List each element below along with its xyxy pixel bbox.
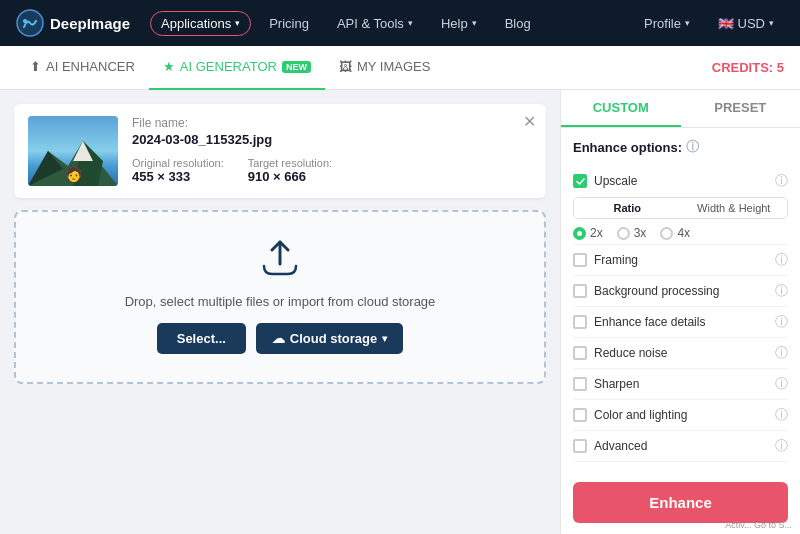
original-res-label: Original resolution: [132,157,224,169]
ratio-button[interactable]: Ratio [574,198,681,218]
main-content: 🧑 File name: 2024-03-08_115325.jpg Origi… [0,90,800,534]
width-height-button[interactable]: Width & Height [681,198,788,218]
enhance-options-title: Enhance options: ⓘ [573,138,788,156]
option-background-processing: Background processing ⓘ [573,276,788,307]
cloud-storage-button[interactable]: ☁ Cloud storage ▾ [256,323,403,354]
option-reduce-noise: Reduce noise ⓘ [573,338,788,369]
chevron-down-icon: ▾ [408,18,413,28]
upscale-header: Upscale ⓘ [573,172,788,190]
target-res-group: Target resolution: 910 × 666 [248,157,332,184]
tab-ai-generator[interactable]: ★ AI GENERATOR NEW [149,46,325,90]
sharpen-info-icon[interactable]: ⓘ [775,375,788,393]
right-panel: CUSTOM PRESET Enhance options: ⓘ Upscale… [560,90,800,534]
target-res-label: Target resolution: [248,157,332,169]
target-res-value: 910 × 666 [248,169,332,184]
image-icon: 🖼 [339,59,352,74]
filename-value: 2024-03-08_115325.jpg [132,132,532,147]
option-sharpen: Sharpen ⓘ [573,369,788,400]
filename-label: File name: [132,116,532,130]
enhance-face-checkbox[interactable] [573,315,587,329]
cloud-icon: ☁ [272,331,285,346]
nav-currency[interactable]: 🇬🇧 USD ▾ [708,12,784,35]
upscale-section: Upscale ⓘ Ratio Width & Height 2x 3x [573,166,788,245]
enhance-button[interactable]: Enhance [573,482,788,523]
tab-ai-enhancer[interactable]: ⬆ AI ENHANCER [16,46,149,90]
select-files-button[interactable]: Select... [157,323,246,354]
ratio-3x[interactable]: 3x [617,226,647,240]
credits-display: CREDITS: 5 [712,60,784,75]
color-lighting-info-icon[interactable]: ⓘ [775,406,788,424]
background-processing-checkbox[interactable] [573,284,587,298]
upscale-label: Upscale [594,174,637,188]
close-file-button[interactable]: ✕ [523,112,536,131]
reduce-noise-info-icon[interactable]: ⓘ [775,344,788,362]
enhance-options-panel: Enhance options: ⓘ Upscale ⓘ Ratio Wid [561,128,800,472]
info-icon[interactable]: ⓘ [686,138,699,156]
star-icon: ★ [163,59,175,74]
file-info-card: 🧑 File name: 2024-03-08_115325.jpg Origi… [14,104,546,198]
radio-3x-icon [617,227,630,240]
app-logo[interactable]: DeepImage [16,9,130,37]
nav-applications[interactable]: Applications ▾ [150,11,251,36]
ratio-toggle: Ratio Width & Height [573,197,788,219]
original-res-group: Original resolution: 455 × 333 [132,157,224,184]
color-lighting-checkbox[interactable] [573,408,587,422]
nav-blog[interactable]: Blog [495,12,541,35]
upload-icon [260,240,300,284]
tab-preset[interactable]: PRESET [681,90,801,127]
background-processing-info-icon[interactable]: ⓘ [775,282,788,300]
ratio-options: 2x 3x 4x [573,226,788,240]
chevron-down-icon: ▾ [235,18,240,28]
tab-my-images[interactable]: 🖼 MY IMAGES [325,46,444,90]
advanced-checkbox[interactable] [573,439,587,453]
drop-text: Drop, select multiple files or import fr… [125,294,436,309]
chevron-down-icon: ▾ [769,18,774,28]
advanced-info-icon[interactable]: ⓘ [775,437,788,455]
chevron-down-icon: ▾ [685,18,690,28]
svg-point-1 [23,19,27,23]
file-thumbnail: 🧑 [28,116,118,186]
option-advanced: Advanced ⓘ [573,431,788,462]
upscale-left: Upscale [573,174,637,188]
new-badge: NEW [282,61,311,73]
navbar: DeepImage Applications ▾ Pricing API & T… [0,0,800,46]
ratio-2x[interactable]: 2x [573,226,603,240]
enhance-face-info-icon[interactable]: ⓘ [775,313,788,331]
radio-2x-icon [573,227,586,240]
watermark-text: Activ... Go to S... [725,520,792,530]
option-color-lighting: Color and lighting ⓘ [573,400,788,431]
reduce-noise-checkbox[interactable] [573,346,587,360]
drop-zone[interactable]: Drop, select multiple files or import fr… [14,210,546,384]
original-res-value: 455 × 333 [132,169,224,184]
upload-icon: ⬆ [30,59,41,74]
chevron-down-icon: ▾ [382,333,387,344]
nav-profile[interactable]: Profile ▾ [634,12,700,35]
resolution-row: Original resolution: 455 × 333 Target re… [132,157,532,184]
nav-help[interactable]: Help ▾ [431,12,487,35]
tab-custom[interactable]: CUSTOM [561,90,681,127]
framing-checkbox[interactable] [573,253,587,267]
radio-4x-icon [660,227,673,240]
chevron-down-icon: ▾ [472,18,477,28]
left-panel: 🧑 File name: 2024-03-08_115325.jpg Origi… [0,90,560,534]
option-enhance-face-details: Enhance face details ⓘ [573,307,788,338]
sharpen-checkbox[interactable] [573,377,587,391]
upscale-info-icon[interactable]: ⓘ [775,172,788,190]
panel-tabs: CUSTOM PRESET [561,90,800,128]
option-framing: Framing ⓘ [573,245,788,276]
file-info-details: File name: 2024-03-08_115325.jpg Origina… [132,116,532,184]
tabs-bar: ⬆ AI ENHANCER ★ AI GENERATOR NEW 🖼 MY IM… [0,46,800,90]
ratio-4x[interactable]: 4x [660,226,690,240]
nav-pricing[interactable]: Pricing [259,12,319,35]
upscale-checkbox[interactable] [573,174,587,188]
nav-api-tools[interactable]: API & Tools ▾ [327,12,423,35]
drop-buttons: Select... ☁ Cloud storage ▾ [157,323,404,354]
framing-info-icon[interactable]: ⓘ [775,251,788,269]
